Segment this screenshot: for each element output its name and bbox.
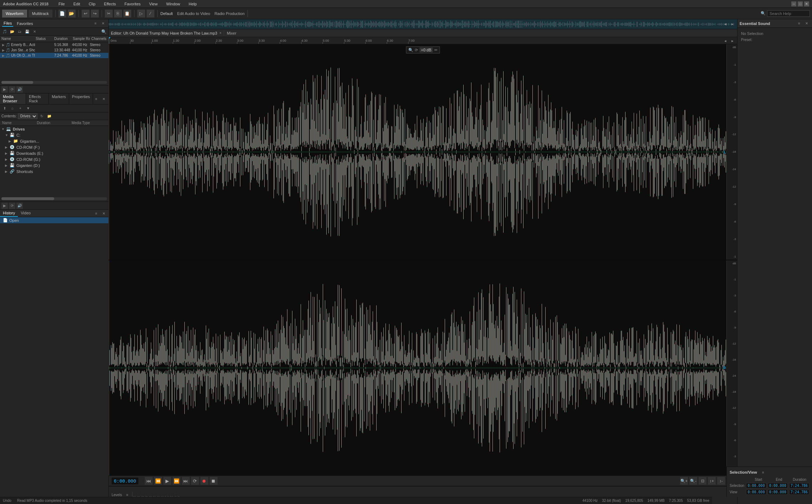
col-channels[interactable]: Channels <box>90 36 108 42</box>
sel-start-value[interactable]: 0:00.000 <box>746 483 766 488</box>
waveform-tab[interactable]: Waveform <box>2 10 27 17</box>
zoom-out-amp-btn[interactable]: ↕- <box>717 477 725 485</box>
tree-c-drive[interactable]: ▼ 💾 C: <box>0 132 108 138</box>
file-row-0[interactable]: ▶ 🎵 Emerly B... Acting Tips.mp3 5:16.368… <box>0 42 108 47</box>
favorites-tab[interactable]: Favorites <box>15 21 34 26</box>
new-folder-icon[interactable]: 📁 <box>46 113 52 119</box>
editor-tab-close[interactable]: × <box>219 31 221 35</box>
media-menu-icon[interactable]: ≡ <box>93 96 99 102</box>
col-sample-rate[interactable]: Sample Rate <box>71 36 90 42</box>
col-status[interactable]: Status <box>34 36 53 42</box>
redo-icon[interactable]: ↪ <box>91 10 99 17</box>
media-filter-icon[interactable]: ▼ <box>25 105 31 112</box>
selection-view-menu[interactable]: ≡ <box>760 469 766 475</box>
zoom-out-time-btn[interactable]: 🔍- <box>689 477 697 485</box>
menu-view[interactable]: View <box>147 1 160 7</box>
next-btn[interactable]: ⏩ <box>173 477 180 485</box>
overview-bar[interactable]: ◄ ► <box>109 19 737 29</box>
zoom-in-time-btn[interactable]: 🔍+ <box>680 477 688 485</box>
history-menu-icon[interactable]: ≡ <box>93 210 99 217</box>
menu-window[interactable]: Window <box>164 1 182 7</box>
overlay-pencil-icon[interactable]: ✏ <box>434 48 438 52</box>
time-ruler-zoom-out[interactable]: ◄ <box>722 38 729 44</box>
video-tab[interactable]: Video <box>18 210 34 217</box>
menu-effects[interactable]: Effects <box>102 1 118 7</box>
overlay-loop-icon[interactable]: ⟳ <box>415 48 418 52</box>
record-btn[interactable]: ⏺ <box>200 477 208 485</box>
new-audio-icon[interactable]: 🎵 <box>1 29 8 35</box>
file-row-2[interactable]: ▶ 🎵 Uh Oh D...m The Law.mp3 7:24.786 441… <box>0 53 108 58</box>
open-file-icon[interactable]: 📂 <box>68 10 76 17</box>
skip-end-btn[interactable]: ⏭ <box>182 477 190 485</box>
panel-menu-icon[interactable]: ≡ <box>92 20 99 27</box>
folder-icon[interactable]: 🗂 <box>16 29 23 35</box>
zoom-in-amp-btn[interactable]: ↕+ <box>708 477 716 485</box>
tree-cdrom-g[interactable]: ▶ 💿 CD-ROM (G:) <box>0 156 108 162</box>
panel-close-icon[interactable]: ✕ <box>100 20 106 27</box>
prev-btn[interactable]: ⏪ <box>154 477 162 485</box>
search-input[interactable] <box>767 10 810 17</box>
waveform-container[interactable]: 🔍 ⟳ +0 dB ✏ dB -1 -3 -6 -9 -12 -18 -24 -… <box>109 44 737 475</box>
stop-btn[interactable]: ⏹ <box>210 477 218 485</box>
markers-tab[interactable]: Markers <box>49 93 69 104</box>
contents-select[interactable]: Drives <box>18 113 37 119</box>
files-tab[interactable]: Files <box>2 20 13 27</box>
undo-status[interactable]: Undo <box>3 499 11 503</box>
speaker-btn[interactable]: 🔊 <box>16 86 23 93</box>
cut-icon[interactable]: ✂ <box>105 10 113 17</box>
save-icon[interactable]: 💾 <box>24 29 30 35</box>
menu-help[interactable]: Help <box>187 1 199 7</box>
files-search-icon[interactable]: 🔍 <box>101 29 107 35</box>
tree-shortcuts[interactable]: ▶ 🔗 Shortcuts <box>0 168 108 174</box>
tree-giganten[interactable]: ▶ 📁 Giganten... <box>0 138 108 144</box>
multitrack-tab[interactable]: Multitrack <box>29 10 52 17</box>
tree-downloads-e[interactable]: ▶ 💾 Downloads (E:) <box>0 150 108 156</box>
skip-start-btn[interactable]: ⏮ <box>145 477 153 485</box>
menu-clip[interactable]: Clip <box>87 1 98 7</box>
sel-end-value[interactable]: 0:00.000 <box>768 483 788 488</box>
loop-btn[interactable]: ⟳ <box>9 86 15 93</box>
refresh-icon[interactable]: ↻ <box>39 113 45 119</box>
properties-tab[interactable]: Properties <box>69 93 93 104</box>
close-button[interactable]: ✕ <box>804 1 809 6</box>
media-browser-tab[interactable]: Media Browser <box>0 93 26 104</box>
sel-duration-value[interactable]: 7:24.786 <box>789 483 809 488</box>
zoom-fit-btn[interactable]: ⊡ <box>699 477 706 485</box>
overview-scroll-left[interactable]: ◄ <box>722 21 729 27</box>
mixer-tab[interactable]: Mixer <box>224 30 239 36</box>
essential-close-icon[interactable]: ✕ <box>803 20 810 27</box>
paste-icon[interactable]: 📋 <box>123 10 131 17</box>
undo-icon[interactable]: ↩ <box>82 10 90 17</box>
tree-drives[interactable]: ▼ 💻 Drives <box>0 126 108 132</box>
radio-production-label[interactable]: Radio Production <box>214 11 244 16</box>
media-loop-btn[interactable]: ⟳ <box>9 203 15 209</box>
edit-audio-to-video-label[interactable]: Edit Audio to Video <box>177 11 210 16</box>
media-up-icon[interactable]: ⬆ <box>1 105 8 112</box>
col-duration[interactable]: Duration <box>53 36 71 42</box>
close-file-icon[interactable]: ✕ <box>31 29 38 35</box>
essential-menu-icon[interactable]: ≡ <box>796 20 802 27</box>
col-name[interactable]: Name <box>0 36 34 42</box>
default-workspace-label[interactable]: Default <box>160 11 173 16</box>
view-duration-value[interactable]: 7:24.786 <box>789 489 809 495</box>
media-close-icon[interactable]: ✕ <box>101 96 107 102</box>
media-play-btn[interactable]: ▶ <box>1 203 8 209</box>
tree-cdrom-f[interactable]: ▶ 💿 CD-ROM (F:) <box>0 144 108 150</box>
file-row-1[interactable]: ▶ 🎵 Jon Ste...e Show Desk.mp3 13:30.448 … <box>0 47 108 53</box>
media-scrollbar-h[interactable] <box>1 197 107 200</box>
media-home-icon[interactable]: ⌂ <box>9 105 16 112</box>
overlay-zoom-icon[interactable]: 🔍 <box>408 48 413 52</box>
view-end-value[interactable]: 0:00.000 <box>768 489 788 495</box>
play-btn[interactable]: ▶ <box>1 86 8 93</box>
waveform-top-channel[interactable]: 🔍 ⟳ +0 dB ✏ dB -1 -3 -6 -9 -12 -18 -24 -… <box>109 44 737 260</box>
play-pause-btn[interactable]: ▶ <box>163 477 171 485</box>
history-close-icon[interactable]: ✕ <box>101 210 107 217</box>
files-scrollbar-h[interactable] <box>1 81 107 84</box>
open-icon[interactable]: 📂 <box>9 29 15 35</box>
time-ruler-zoom-in[interactable]: ► <box>729 38 736 44</box>
copy-icon[interactable]: ⎘ <box>114 10 122 17</box>
time-ruler[interactable]: 0ms 30 1:00 1:30 2:00 2:30 3:00 3:30 4:0… <box>109 37 737 44</box>
history-tab[interactable]: History <box>0 210 18 217</box>
new-file-icon[interactable]: 📄 <box>58 10 66 17</box>
loop-play-btn[interactable]: ⟳ <box>191 477 199 485</box>
